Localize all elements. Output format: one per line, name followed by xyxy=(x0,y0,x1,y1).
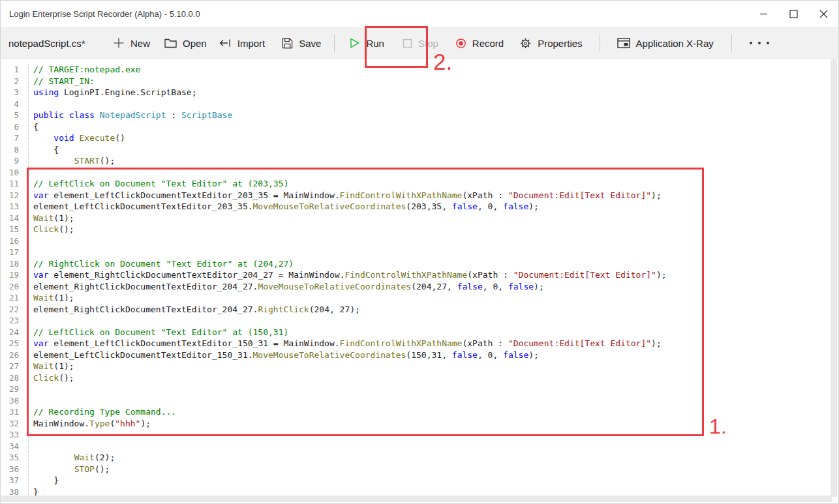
toolbar-divider xyxy=(600,35,600,52)
code-text xyxy=(28,167,33,179)
toolbar-divider xyxy=(334,35,335,52)
close-button[interactable] xyxy=(808,1,838,27)
code-text: } xyxy=(28,475,59,486)
code-line[interactable]: 15Click(); xyxy=(1,224,838,235)
window-controls xyxy=(748,1,838,27)
code-text: STOP(); xyxy=(28,464,110,475)
app-window: Login Enterprise Script Recorder (Alpha)… xyxy=(0,0,839,504)
run-button[interactable]: Run xyxy=(349,37,384,49)
line-number: 3 xyxy=(1,87,19,98)
code-text: element_LeftClickDocumentTextEditor_203_… xyxy=(28,201,539,213)
code-line[interactable]: 24// LeftClick on Document "Text Editor"… xyxy=(1,327,838,338)
code-lines: 1// TARGET:notepad.exe2// START_IN:3usin… xyxy=(1,59,838,497)
code-line[interactable]: 10 xyxy=(1,167,838,179)
code-line[interactable]: 32MainWindow.Type("hhh"); xyxy=(1,418,838,430)
code-line[interactable]: 4 xyxy=(1,98,838,110)
title-bar: Login Enterprise Script Recorder (Alpha)… xyxy=(1,1,838,27)
record-button[interactable]: Record xyxy=(455,38,504,49)
plus-icon xyxy=(113,37,125,49)
code-line[interactable]: 2// START_IN: xyxy=(1,76,838,87)
run-play-icon xyxy=(349,37,360,49)
application-xray-button-label: Application X-Ray xyxy=(636,38,714,49)
app-xray-icon xyxy=(617,38,630,48)
code-line[interactable]: 20element_RightClickDocumentTextEditor_2… xyxy=(1,281,838,293)
code-line[interactable]: 30 xyxy=(1,395,838,407)
code-line[interactable]: 1// TARGET:notepad.exe xyxy=(1,64,838,76)
line-number: 21 xyxy=(1,292,19,304)
record-button-label: Record xyxy=(472,38,504,49)
code-line[interactable]: 13element_LeftClickDocumentTextEditor_20… xyxy=(1,201,838,213)
code-line[interactable]: 22element_RightClickDocumentTextEditor_2… xyxy=(1,304,838,316)
close-icon xyxy=(819,10,828,18)
code-line[interactable]: 7 void Execute() xyxy=(1,132,838,144)
line-number: 13 xyxy=(1,201,19,213)
line-number: 24 xyxy=(1,327,19,338)
application-xray-button[interactable]: Application X-Ray xyxy=(617,38,714,49)
code-line[interactable]: 3using LoginPI.Engine.ScriptBase; xyxy=(1,87,838,98)
open-button[interactable]: Open xyxy=(164,38,207,49)
code-line[interactable]: 18// RightClick on Document "Text Editor… xyxy=(1,258,838,270)
code-line[interactable]: 33 xyxy=(1,429,838,441)
code-editor[interactable]: 1// TARGET:notepad.exe2// START_IN:3usin… xyxy=(1,59,838,503)
maximize-button[interactable] xyxy=(778,1,808,27)
code-line[interactable]: 23 xyxy=(1,315,838,327)
code-line[interactable]: 31// Recording Type Command... xyxy=(1,406,838,418)
new-button[interactable]: New xyxy=(113,37,150,49)
code-line[interactable]: 34 xyxy=(1,441,838,452)
code-line[interactable]: 6{ xyxy=(1,121,838,133)
line-number: 22 xyxy=(1,304,19,316)
current-file-name: notepadScript.cs* xyxy=(8,38,91,49)
code-text: Wait(1); xyxy=(28,361,74,372)
properties-button[interactable]: Properties xyxy=(519,37,582,50)
line-number: 6 xyxy=(1,121,19,133)
code-line[interactable]: 8 { xyxy=(1,144,838,156)
code-line[interactable]: 37 } xyxy=(1,475,838,486)
code-line[interactable]: 19var element_RightClickDocumentTextEdit… xyxy=(1,269,838,281)
code-line[interactable]: 29 xyxy=(1,383,838,395)
code-line[interactable]: 11// LeftClick on Document "Text Editor"… xyxy=(1,178,838,190)
import-button[interactable]: Import xyxy=(219,38,266,49)
code-text xyxy=(28,235,33,247)
line-number: 28 xyxy=(1,372,19,384)
record-dot-icon xyxy=(455,38,466,49)
code-text: // LeftClick on Document "Text Editor" a… xyxy=(28,178,288,190)
code-text: { xyxy=(28,121,38,133)
line-number: 18 xyxy=(1,258,19,270)
minimize-button[interactable] xyxy=(748,1,778,27)
code-text: // Recording Type Command... xyxy=(28,406,176,418)
code-text: void Execute() xyxy=(28,132,125,144)
line-number: 27 xyxy=(1,361,19,372)
code-text: MainWindow.Type("hhh"); xyxy=(28,418,151,430)
code-line[interactable]: 12var element_LeftClickDocumentTextEdito… xyxy=(1,190,838,201)
line-number: 36 xyxy=(1,464,19,475)
code-line[interactable]: 9 START(); xyxy=(1,155,838,167)
code-line[interactable]: 28Click(); xyxy=(1,372,838,384)
line-number: 14 xyxy=(1,213,19,224)
line-number: 7 xyxy=(1,132,19,144)
save-button[interactable]: Save xyxy=(282,38,321,49)
code-line[interactable]: 26element_LeftClickDocumentTextEditor_15… xyxy=(1,349,838,361)
code-line[interactable]: 36 STOP(); xyxy=(1,464,838,475)
code-line[interactable]: 16 xyxy=(1,235,838,247)
more-options-button[interactable] xyxy=(750,42,769,44)
vertical-scrollbar[interactable] xyxy=(831,59,837,497)
code-line[interactable]: 21Wait(1); xyxy=(1,292,838,304)
stop-square-icon xyxy=(403,38,412,48)
line-number: 35 xyxy=(1,452,19,464)
code-line[interactable]: 5public class NotepadScript : ScriptBase xyxy=(1,110,838,121)
save-button-label: Save xyxy=(299,38,321,49)
code-line[interactable]: 14Wait(1); xyxy=(1,213,838,224)
code-text: // START_IN: xyxy=(28,76,95,87)
code-text: element_RightClickDocumentTextEditor_204… xyxy=(28,304,360,316)
code-line[interactable]: 27Wait(1); xyxy=(1,361,838,372)
save-floppy-icon xyxy=(282,38,293,49)
code-line[interactable]: 17 xyxy=(1,246,838,258)
code-line[interactable]: 25var element_LeftClickDocumentTextEdito… xyxy=(1,338,838,349)
toolbar: notepadScript.cs* New Open Import Save xyxy=(1,27,838,59)
horizontal-scrollbar[interactable] xyxy=(1,496,832,502)
toolbar-divider xyxy=(731,35,732,52)
code-text: // RightClick on Document "Text Editor" … xyxy=(28,258,294,270)
gear-icon xyxy=(519,37,532,50)
code-line[interactable]: 35 Wait(2); xyxy=(1,452,838,464)
stop-button[interactable]: Stop xyxy=(403,38,438,49)
